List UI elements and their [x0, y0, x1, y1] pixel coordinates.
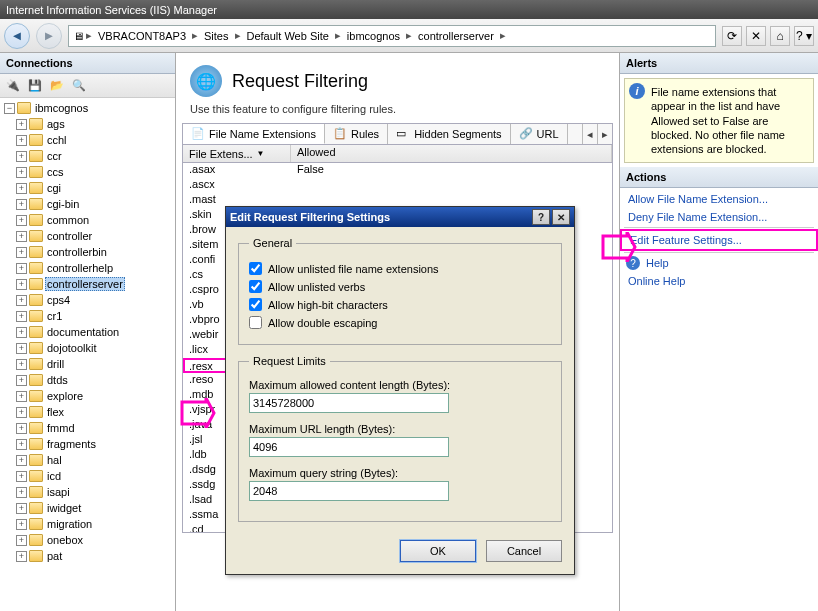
up-icon[interactable]: 📂 — [48, 77, 66, 95]
dialog-help-button[interactable]: ? — [532, 209, 550, 225]
max-content-label: Maximum allowed content length (Bytes): — [249, 379, 551, 391]
tab-url[interactable]: 🔗URL — [511, 124, 568, 144]
stop-icon[interactable]: ✕ — [746, 26, 766, 46]
breadcrumb[interactable]: 🖥 ▸ VBRACONT8AP3▸ Sites▸ Default Web Sit… — [68, 25, 716, 47]
tree-item[interactable]: +icd — [0, 468, 175, 484]
connections-header: Connections — [0, 53, 175, 74]
dialog-title: Edit Request Filtering Settings — [230, 211, 390, 223]
tree-item[interactable]: +dojotoolkit — [0, 340, 175, 356]
tree-item[interactable]: +cgi-bin — [0, 196, 175, 212]
allow-double-escaping-checkbox[interactable] — [249, 316, 262, 329]
max-url-input[interactable] — [249, 437, 449, 457]
alerts-header: Alerts — [620, 53, 818, 74]
tree-item[interactable]: +controllerserver — [0, 276, 175, 292]
forward-button[interactable]: ► — [36, 23, 62, 49]
action-online-help[interactable]: Online Help — [620, 272, 818, 290]
tree-item[interactable]: +drill — [0, 356, 175, 372]
allow-unlisted-verbs-checkbox[interactable] — [249, 280, 262, 293]
tree-item[interactable]: +ccs — [0, 164, 175, 180]
tab-hidden-segments[interactable]: ▭Hidden Segments — [388, 124, 510, 144]
ok-button[interactable]: OK — [400, 540, 476, 562]
window-titlebar: Internet Information Services (IIS) Mana… — [0, 0, 818, 19]
back-button[interactable]: ◄ — [4, 23, 30, 49]
cancel-button[interactable]: Cancel — [486, 540, 562, 562]
list-item[interactable]: .ascx — [183, 178, 612, 193]
save-icon[interactable]: 💾 — [26, 77, 44, 95]
request-limits-group: Request Limits Maximum allowed content l… — [238, 355, 562, 522]
general-legend: General — [249, 237, 296, 249]
breadcrumb-item[interactable]: VBRACONT8AP3 — [94, 30, 190, 42]
page-description: Use this feature to configure filtering … — [176, 103, 619, 123]
tree-item[interactable]: +cgi — [0, 180, 175, 196]
breadcrumb-item[interactable]: Sites — [200, 30, 232, 42]
tree-item[interactable]: +pat — [0, 548, 175, 564]
info-icon: i — [629, 83, 645, 99]
allow-highbit-checkbox[interactable] — [249, 298, 262, 311]
tree-item[interactable]: +documentation — [0, 324, 175, 340]
action-edit-feature-settings[interactable]: Edit Feature Settings... — [620, 229, 818, 251]
tab-rules[interactable]: 📋Rules — [325, 124, 388, 144]
tree-item[interactable]: +iwidget — [0, 500, 175, 516]
list-item[interactable]: .asaxFalse — [183, 163, 612, 178]
tree-item[interactable]: +fmmd — [0, 420, 175, 436]
right-panel: Alerts i File name extensions that appea… — [620, 53, 818, 611]
refresh-tree-icon[interactable]: 🔍 — [70, 77, 88, 95]
general-group: General Allow unlisted file name extensi… — [238, 237, 562, 345]
tab-scroll-left[interactable]: ◂ — [582, 124, 597, 144]
dialog-titlebar[interactable]: Edit Request Filtering Settings ? ✕ — [226, 207, 574, 227]
allow-unlisted-extensions-checkbox[interactable] — [249, 262, 262, 275]
connect-icon[interactable]: 🔌 — [4, 77, 22, 95]
connections-tree[interactable]: −ibmcognos+ags+cchl+ccr+ccs+cgi+cgi-bin+… — [0, 98, 175, 611]
max-query-label: Maximum query string (Bytes): — [249, 467, 551, 479]
breadcrumb-item[interactable]: controllerserver — [414, 30, 498, 42]
breadcrumb-item[interactable]: ibmcognos — [343, 30, 404, 42]
tree-item[interactable]: +isapi — [0, 484, 175, 500]
actions-list: Allow File Name Extension... Deny File N… — [620, 188, 818, 292]
tree-item[interactable]: +controller — [0, 228, 175, 244]
tree-item[interactable]: +controllerhelp — [0, 260, 175, 276]
server-icon: 🖥 — [73, 30, 84, 42]
navigation-bar: ◄ ► 🖥 ▸ VBRACONT8AP3▸ Sites▸ Default Web… — [0, 19, 818, 53]
breadcrumb-item[interactable]: Default Web Site — [243, 30, 333, 42]
home-icon[interactable]: ⌂ — [770, 26, 790, 46]
actions-header: Actions — [620, 167, 818, 188]
page-title: Request Filtering — [232, 71, 368, 92]
action-allow-extension[interactable]: Allow File Name Extension... — [620, 190, 818, 208]
action-help[interactable]: Help — [620, 254, 818, 272]
column-file-extension[interactable]: File Extens... ▼ — [183, 145, 291, 162]
url-icon: 🔗 — [519, 127, 533, 141]
tree-item[interactable]: +controllerbin — [0, 244, 175, 260]
tree-item[interactable]: +flex — [0, 404, 175, 420]
connections-panel: Connections 🔌 💾 📂 🔍 −ibmcognos+ags+cchl+… — [0, 53, 176, 611]
column-allowed[interactable]: Allowed — [291, 145, 612, 162]
tree-item[interactable]: −ibmcognos — [0, 100, 175, 116]
max-content-input[interactable] — [249, 393, 449, 413]
refresh-icon[interactable]: ⟳ — [722, 26, 742, 46]
tree-item[interactable]: +cchl — [0, 132, 175, 148]
tree-item[interactable]: +dtds — [0, 372, 175, 388]
rules-icon: 📋 — [333, 127, 347, 141]
tree-item[interactable]: +fragments — [0, 436, 175, 452]
list-header: File Extens... ▼ Allowed — [182, 145, 613, 163]
connections-toolbar: 🔌 💾 📂 🔍 — [0, 74, 175, 98]
tree-item[interactable]: +onebox — [0, 532, 175, 548]
hidden-icon: ▭ — [396, 127, 410, 141]
tree-item[interactable]: +ccr — [0, 148, 175, 164]
tab-file-extensions[interactable]: 📄File Name Extensions — [183, 124, 325, 144]
action-deny-extension[interactable]: Deny File Name Extension... — [620, 208, 818, 226]
request-limits-legend: Request Limits — [249, 355, 330, 367]
file-icon: 📄 — [191, 127, 205, 141]
tree-item[interactable]: +ags — [0, 116, 175, 132]
tab-scroll-right[interactable]: ▸ — [597, 124, 612, 144]
max-query-input[interactable] — [249, 481, 449, 501]
tree-item[interactable]: +cps4 — [0, 292, 175, 308]
dialog-close-button[interactable]: ✕ — [552, 209, 570, 225]
tree-item[interactable]: +migration — [0, 516, 175, 532]
help-dropdown-icon[interactable]: ? ▾ — [794, 26, 814, 46]
tree-item[interactable]: +cr1 — [0, 308, 175, 324]
alert-message: i File name extensions that appear in th… — [624, 78, 814, 163]
tree-item[interactable]: +common — [0, 212, 175, 228]
tree-item[interactable]: +explore — [0, 388, 175, 404]
window-title: Internet Information Services (IIS) Mana… — [6, 4, 217, 16]
tree-item[interactable]: +hal — [0, 452, 175, 468]
